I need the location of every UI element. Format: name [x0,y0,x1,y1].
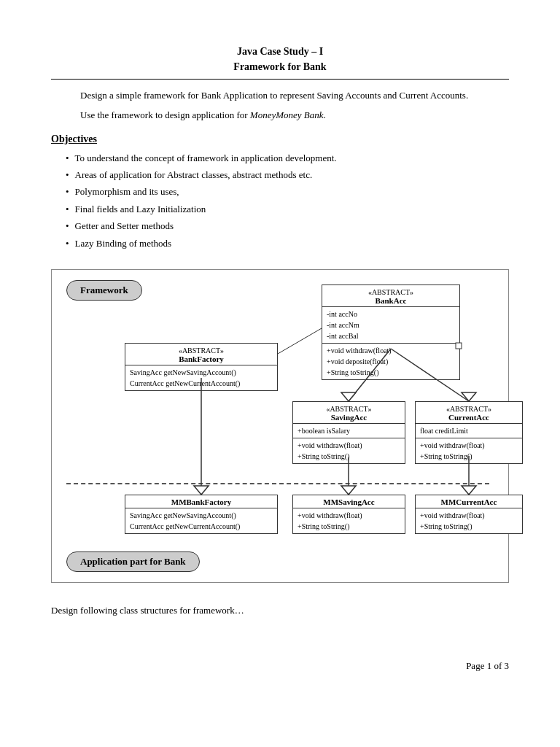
page-title: Java Case Study – I Framework for Bank [51,44,509,74]
list-item: Polymorphism and its uses, [66,183,509,200]
mmBankFactory-box: MMBankFactory SavingAcc getNewSavingAcco… [125,495,278,534]
list-item: To understand the concept of framework i… [66,150,509,166]
uml-diagram: Framework Application part for Bank «ABS… [51,269,509,583]
bankAcc-box: «ABSTRACT» BankAcc -int accNo-int accNm-… [322,285,460,380]
mmSavingAcc-box: MMSavingAcc +void withdraw(float)+String… [292,495,405,534]
framework-label: Framework [66,280,142,301]
list-item: Areas of application for Abstract classe… [66,166,509,183]
title-divider [51,79,509,80]
bankFactory-methods: SavingAcc getNewSavingAccount()CurrentAc… [125,365,277,390]
dashed-separator [66,483,489,484]
intro-paragraph1: Design a simple framework for Bank Appli… [51,88,509,104]
objectives-heading: Objectives [51,133,509,145]
currentAcc-title: «ABSTRACT» CurrentAcc [416,402,522,424]
title-line1: Java Case Study – I [51,44,509,59]
currentAcc-methods: +void withdraw(float)+String toString() [416,438,522,463]
list-item: Final fields and Lazy Initialization [66,201,509,217]
title-line2: Framework for Bank [51,59,509,74]
list-item: Getter and Setter methods [66,217,509,234]
currentAcc-box: «ABSTRACT» CurrentAcc float creditLimit … [415,401,523,464]
page-number: Page 1 of 3 [51,660,509,672]
svg-marker-5 [194,486,209,495]
savingAcc-methods: +void withdraw(float)+String toString() [293,438,405,463]
mmSavingAcc-title: MMSavingAcc [293,495,405,508]
bankAcc-attrs: -int accNo-int accNm-int accBal [322,307,459,344]
svg-marker-9 [462,486,476,495]
bankFactory-box: «ABSTRACT» BankFactory SavingAcc getNewS… [125,343,278,391]
mmBankFactory-methods: SavingAcc getNewSavingAccount()CurrentAc… [125,508,277,533]
savingAcc-box: «ABSTRACT» SavingAcc +boolean isSalary +… [292,401,405,464]
savingAcc-title: «ABSTRACT» SavingAcc [293,402,405,424]
footer-design-text: Design following class structures for fr… [51,605,509,616]
mmSavingAcc-methods: +void withdraw(float)+String toString() [293,508,405,533]
bankAcc-methods: +void withdraw(float)+void deposite(floa… [322,344,459,379]
currentAcc-attrs: float creditLimit [416,424,522,438]
list-item: Lazy Binding of methods [66,235,509,252]
intro-paragraph2: Use the framework to design application … [51,108,509,123]
savingAcc-attrs: +boolean isSalary [293,424,405,438]
app-label: Application part for Bank [66,551,200,572]
svg-marker-7 [341,486,356,495]
mmCurrentAcc-title: MMCurrentAcc [416,495,522,508]
svg-marker-3 [462,392,476,401]
mmBankFactory-title: MMBankFactory [125,495,277,508]
bankAcc-title: «ABSTRACT» BankAcc [322,285,459,307]
mmCurrentAcc-methods: +void withdraw(float)+String toString() [416,508,522,533]
svg-marker-2 [341,392,356,401]
bankFactory-title: «ABSTRACT» BankFactory [125,344,277,365]
objectives-list: To understand the concept of framework i… [51,150,509,252]
svg-line-10 [278,328,322,354]
mmCurrentAcc-box: MMCurrentAcc +void withdraw(float)+Strin… [415,495,523,534]
